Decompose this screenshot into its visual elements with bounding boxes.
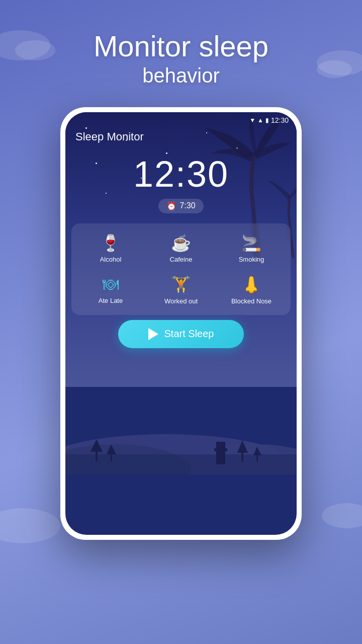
activity-grid: 🍷 Alcohol ☕ Cafeine 🚬 Smoking — [71, 223, 291, 315]
start-sleep-button[interactable]: Start Sleep — [118, 320, 244, 348]
activity-cafeine[interactable]: ☕ Cafeine — [151, 229, 211, 267]
smoking-label: Smoking — [239, 256, 264, 263]
activity-ate-late[interactable]: 🍽 Ate Late — [80, 271, 141, 309]
activity-alcohol[interactable]: 🍷 Alcohol — [80, 229, 141, 267]
svg-rect-13 — [214, 448, 227, 451]
start-sleep-label: Start Sleep — [164, 328, 214, 340]
phone-mockup: ▼ ▲ ▮ 12:30 Sleep Monitor 12:30 ⏰ 7:30 — [60, 107, 302, 540]
activity-worked-out[interactable]: 🏋 Worked out — [151, 271, 211, 309]
bg-cloud-5 — [0, 508, 60, 543]
activity-smoking[interactable]: 🚬 Smoking — [221, 229, 282, 267]
cafeine-icon: ☕ — [171, 233, 191, 253]
worked-out-icon: 🏋 — [171, 275, 191, 294]
alarm-time-display: 7:30 — [179, 201, 195, 210]
ate-late-label: Ate Late — [99, 297, 123, 304]
blocked-nose-icon: 👃 — [241, 275, 261, 294]
header-line1: Monitor sleep — [94, 30, 268, 62]
play-icon — [148, 328, 158, 340]
header-section: Monitor sleep behavior — [94, 30, 268, 87]
header-line2: behavior — [94, 64, 268, 87]
start-button-area: Start Sleep — [65, 320, 297, 348]
svg-rect-12 — [216, 442, 225, 464]
alcohol-icon: 🍷 — [101, 233, 121, 253]
clock-area: 12:30 ⏰ 7:30 — [65, 143, 297, 218]
alarm-badge[interactable]: ⏰ 7:30 — [158, 199, 203, 213]
activity-blocked-nose[interactable]: 👃 Blocked Nose — [221, 271, 282, 309]
battery-icon: ▮ — [265, 117, 269, 124]
bg-cloud-2 — [15, 40, 55, 60]
worked-out-label: Worked out — [164, 297, 198, 305]
phone-inner: ▼ ▲ ▮ 12:30 Sleep Monitor 12:30 ⏰ 7:30 — [65, 112, 297, 535]
app-header: Sleep Monitor — [65, 126, 297, 143]
smoking-icon: 🚬 — [241, 233, 261, 253]
app-title: Sleep Monitor — [75, 130, 144, 143]
svg-rect-3 — [65, 454, 297, 474]
cafeine-label: Cafeine — [170, 256, 193, 263]
alarm-icon: ⏰ — [166, 201, 176, 211]
activity-row-1: 🍷 Alcohol ☕ Cafeine 🚬 Smoking — [75, 229, 287, 267]
landscape-scene — [65, 394, 297, 474]
alcohol-label: Alcohol — [100, 256, 122, 263]
wifi-icon: ▼ — [249, 117, 255, 124]
status-bar: ▼ ▲ ▮ 12:30 — [65, 112, 297, 126]
phone-frame: ▼ ▲ ▮ 12:30 Sleep Monitor 12:30 ⏰ 7:30 — [60, 107, 302, 540]
bg-cloud-4 — [317, 60, 352, 78]
status-icons: ▼ ▲ ▮ 12:30 — [249, 116, 289, 124]
signal-icon: ▲ — [257, 117, 263, 124]
ate-late-icon: 🍽 — [103, 275, 119, 294]
blocked-nose-label: Blocked Nose — [231, 297, 272, 305]
activity-row-2: 🍽 Ate Late 🏋 Worked out 👃 Blocked Nose — [75, 271, 287, 309]
status-time: 12:30 — [271, 116, 289, 124]
app-screen: ▼ ▲ ▮ 12:30 Sleep Monitor 12:30 ⏰ 7:30 — [65, 112, 297, 535]
bg-cloud-6 — [322, 503, 362, 528]
main-clock-display: 12:30 — [133, 153, 229, 195]
